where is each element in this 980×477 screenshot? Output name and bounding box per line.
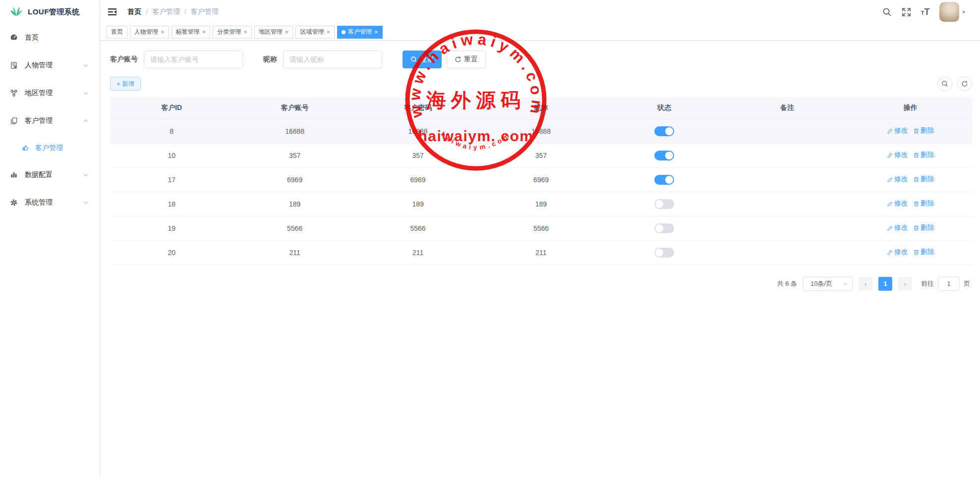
- table-row: 10 357 357 357 修改 删除: [110, 143, 972, 167]
- delete-icon: [913, 225, 920, 231]
- sidebar-item-客户管理[interactable]: 客户管理: [0, 107, 99, 135]
- active-dot: [342, 30, 346, 34]
- cell-status: [603, 192, 726, 216]
- edit-icon: [887, 176, 893, 183]
- sidebar-subitem-客户管理[interactable]: 客户管理: [0, 135, 99, 161]
- tag-客户管理[interactable]: 客户管理 ×: [337, 26, 383, 39]
- add-button[interactable]: + 新增: [110, 77, 141, 91]
- cell-password: 16888: [356, 119, 479, 143]
- tag-首页[interactable]: 首页: [107, 26, 127, 39]
- cell-password: 6969: [356, 167, 479, 192]
- avatar[interactable]: [939, 2, 959, 22]
- search-icon[interactable]: [882, 7, 892, 17]
- chevron-down-icon: [82, 199, 89, 206]
- column-header: 昵称: [479, 97, 602, 119]
- close-icon[interactable]: ×: [161, 29, 165, 35]
- close-icon[interactable]: ×: [285, 29, 289, 35]
- status-toggle[interactable]: [654, 199, 674, 209]
- next-page-button[interactable]: ›: [898, 277, 912, 291]
- content: 客户账号 昵称 搜索: [100, 41, 980, 477]
- edit-link[interactable]: 修改: [887, 223, 908, 232]
- tag-人物管理[interactable]: 人物管理 ×: [130, 26, 169, 39]
- search-button[interactable]: 搜索: [403, 51, 442, 68]
- column-header: 备注: [726, 97, 849, 119]
- table-row: 19 5566 5566 5566 修改 删除: [110, 216, 972, 240]
- refresh-table-icon[interactable]: [957, 76, 972, 91]
- sidebar-item-系统管理[interactable]: 系统管理: [0, 189, 99, 216]
- font-size-icon[interactable]: TT: [921, 7, 930, 16]
- cell-actions: 修改 删除: [849, 240, 972, 265]
- goto-page-input[interactable]: [938, 277, 960, 291]
- thumb-icon: [22, 144, 29, 152]
- cell-remark: [726, 119, 849, 143]
- status-toggle[interactable]: [654, 151, 674, 160]
- delete-link[interactable]: 删除: [913, 175, 934, 184]
- cell-remark: [726, 143, 849, 167]
- tag-地区管理[interactable]: 地区管理 ×: [254, 26, 293, 39]
- delete-link[interactable]: 删除: [913, 126, 934, 135]
- status-toggle[interactable]: [654, 175, 674, 185]
- sidebar-item-人物管理[interactable]: 人物管理: [0, 52, 99, 79]
- delete-link[interactable]: 删除: [913, 223, 934, 232]
- breadcrumb-item[interactable]: 首页: [127, 7, 141, 16]
- delete-link[interactable]: 删除: [913, 248, 934, 257]
- breadcrumb-item[interactable]: 客户管理: [152, 7, 180, 16]
- page-1-button[interactable]: 1: [878, 277, 892, 291]
- close-icon[interactable]: ×: [374, 29, 378, 35]
- tag-分类管理[interactable]: 分类管理 ×: [213, 26, 252, 39]
- nickname-input[interactable]: [283, 51, 382, 68]
- cell-account: 5566: [233, 216, 356, 240]
- user-menu[interactable]: ▾: [939, 2, 965, 22]
- status-toggle[interactable]: [654, 126, 674, 136]
- status-toggle[interactable]: [654, 223, 674, 233]
- sidebar-item-数据配置[interactable]: 数据配置: [0, 161, 99, 189]
- column-header: 客户ID: [110, 97, 233, 119]
- cell-nickname: 16888: [479, 119, 602, 143]
- column-header: 状态: [603, 97, 726, 119]
- close-icon[interactable]: ×: [202, 29, 206, 35]
- delete-link[interactable]: 删除: [913, 151, 934, 159]
- tag-标签管理[interactable]: 标签管理 ×: [172, 26, 211, 39]
- tags-bar: 首页 人物管理 × 标签管理 × 分类管理 × 地区管理 × 区域管理 × 客户…: [100, 24, 980, 41]
- sidebar-item-地区管理[interactable]: 地区管理: [0, 79, 99, 107]
- sidebar: LOUF管理系统 首页 人物管理 地区管理 客户管理 客户管理 数据配置 系统管…: [0, 0, 100, 477]
- cell-actions: 修改 删除: [849, 167, 972, 192]
- cell-customer-id: 19: [110, 216, 233, 240]
- delete-icon: [913, 249, 920, 256]
- logo-leaf-icon: [10, 6, 23, 18]
- edit-link[interactable]: 修改: [887, 126, 908, 135]
- prev-page-button[interactable]: ‹: [859, 277, 872, 291]
- column-header: 客户账号: [233, 97, 356, 119]
- page-size-select[interactable]: 10条/页: [803, 277, 853, 291]
- toggle-search-icon[interactable]: [937, 76, 952, 91]
- delete-icon: [913, 176, 920, 183]
- cell-customer-id: 18: [110, 192, 233, 216]
- cell-password: 357: [356, 143, 479, 167]
- cell-account: 16888: [233, 119, 356, 143]
- pagination: 共 6 条 10条/页 ‹ 1 › 前往 页: [110, 277, 972, 291]
- breadcrumb: 首页/客户管理/客户管理: [127, 7, 219, 16]
- cell-nickname: 211: [479, 240, 602, 265]
- hamburger-icon[interactable]: [108, 7, 118, 17]
- edit-link[interactable]: 修改: [887, 175, 908, 184]
- fullscreen-icon[interactable]: [902, 7, 911, 17]
- edit-link[interactable]: 修改: [887, 151, 908, 159]
- status-toggle[interactable]: [654, 248, 674, 258]
- reset-button[interactable]: 重置: [447, 51, 486, 68]
- close-icon[interactable]: ×: [243, 29, 247, 35]
- cell-account: 189: [233, 192, 356, 216]
- cell-nickname: 6969: [479, 167, 602, 192]
- cell-customer-id: 8: [110, 119, 233, 143]
- account-input[interactable]: [144, 51, 243, 68]
- edit-link[interactable]: 修改: [887, 248, 908, 257]
- cell-status: [603, 119, 726, 143]
- cell-customer-id: 10: [110, 143, 233, 167]
- sidebar-item-首页[interactable]: 首页: [0, 24, 99, 52]
- close-icon[interactable]: ×: [326, 29, 330, 35]
- tag-区域管理[interactable]: 区域管理 ×: [295, 26, 335, 39]
- filter-row: 客户账号 昵称 搜索: [110, 51, 972, 68]
- chevron-up-icon: [82, 117, 89, 124]
- cell-account: 357: [233, 143, 356, 167]
- edit-link[interactable]: 修改: [887, 199, 908, 208]
- delete-link[interactable]: 删除: [913, 199, 934, 208]
